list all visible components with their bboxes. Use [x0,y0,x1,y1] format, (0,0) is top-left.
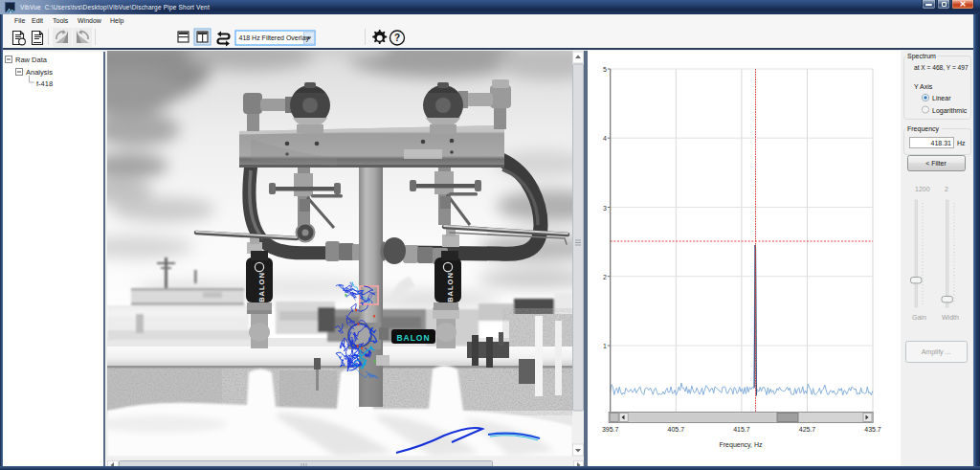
svg-text:Amplify ...: Amplify ... [922,348,951,356]
svg-text:395.7: 395.7 [602,426,619,433]
svg-text:2: 2 [945,186,948,192]
svg-text:f-418: f-418 [36,79,53,88]
svg-text:2: 2 [603,274,607,280]
svg-text:Analysis: Analysis [26,68,53,77]
svg-text:Raw Data: Raw Data [15,56,48,64]
svg-text:Width: Width [942,314,959,321]
svg-text:1: 1 [603,343,607,349]
svg-text:Linear: Linear [932,95,951,101]
svg-text:435.7: 435.7 [864,426,881,433]
svg-text:1200: 1200 [915,186,930,192]
svg-text:418 Hz Filtered Overlay: 418 Hz Filtered Overlay [239,34,310,42]
svg-text:Logarithmic: Logarithmic [932,107,968,115]
svg-text:< Filter: < Filter [925,160,947,167]
svg-text:BALON: BALON [257,272,266,302]
svg-text:Frequency: Frequency [907,125,940,133]
svg-text:425.7: 425.7 [799,426,816,433]
svg-text:Gain: Gain [912,314,926,321]
svg-text:4: 4 [603,135,607,142]
svg-text:Spectrum: Spectrum [907,53,936,60]
svg-text:?: ? [394,33,400,43]
svg-text:418.31: 418.31 [931,140,952,146]
svg-text:Y Axis: Y Axis [914,83,933,90]
svg-text:5: 5 [603,66,607,73]
svg-text:at X = 468, Y = 497: at X = 468, Y = 497 [914,64,969,71]
svg-text:BALON: BALON [396,333,430,343]
svg-text:3: 3 [603,205,607,212]
svg-text:BALON: BALON [446,272,455,302]
svg-text:415.7: 415.7 [733,426,750,433]
svg-text:405.7: 405.7 [668,426,685,433]
svg-text:Hz: Hz [957,140,966,146]
svg-text:Frequency, Hz: Frequency, Hz [720,441,763,449]
